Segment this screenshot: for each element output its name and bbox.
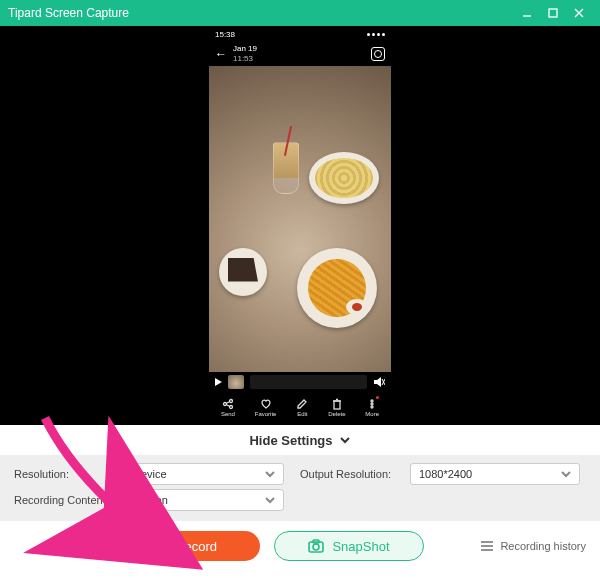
select-resolution[interactable]: Device (124, 463, 284, 485)
phone-seekbar[interactable] (209, 372, 391, 392)
close-button[interactable] (566, 0, 592, 26)
phone-toolbar: Send Favorite Edit Delete More (209, 392, 391, 424)
camera-icon (308, 539, 324, 553)
svg-line-11 (226, 405, 230, 407)
svg-point-17 (371, 406, 373, 408)
phone-gallery-header: ← Jan 19 11:53 (209, 42, 391, 66)
seek-thumb (228, 375, 244, 389)
phone-status-icons (367, 33, 385, 36)
svg-point-15 (371, 400, 373, 402)
select-recording-content[interactable]: Screen (124, 489, 284, 511)
label-resolution: Resolution: (14, 468, 114, 480)
toggle-settings-label: Hide Settings (249, 433, 332, 448)
maximize-button[interactable] (540, 0, 566, 26)
svg-rect-12 (334, 401, 340, 409)
chevron-down-icon (265, 469, 275, 479)
app-title: Tipard Screen Capture (8, 6, 514, 20)
record-label: Record (175, 539, 217, 554)
record-button[interactable]: Record (110, 531, 260, 561)
lens-icon[interactable] (371, 47, 385, 61)
svg-rect-1 (549, 9, 557, 17)
recording-history-label: Recording history (500, 540, 586, 552)
title-bar: Tipard Screen Capture (0, 0, 600, 26)
preview-area: 15:38 ← Jan 19 11:53 (0, 26, 600, 425)
phone-mirror: 15:38 ← Jan 19 11:53 (209, 28, 391, 424)
fries-plate (297, 248, 377, 328)
label-recording-content: Recording Content: (14, 494, 114, 506)
phone-status-bar: 15:38 (209, 28, 391, 42)
snapshot-label: SnapShot (332, 539, 389, 554)
cake-plate (219, 248, 267, 296)
chevron-down-icon (339, 434, 351, 446)
svg-point-16 (371, 403, 373, 405)
svg-line-10 (226, 402, 230, 404)
minimize-button[interactable] (514, 0, 540, 26)
recording-history-link[interactable]: Recording history (480, 540, 586, 552)
list-icon (480, 540, 494, 552)
chevron-down-icon (561, 469, 571, 479)
record-icon (153, 539, 167, 553)
phone-tool-favorite[interactable]: Favorite (255, 398, 277, 417)
svg-marker-4 (374, 377, 381, 387)
play-icon[interactable] (215, 378, 222, 386)
volume-icon[interactable] (373, 376, 385, 388)
phone-tool-more[interactable]: More (365, 398, 379, 417)
settings-panel: Resolution: Device Output Resolution: 10… (0, 455, 600, 521)
snapshot-button[interactable]: SnapShot (274, 531, 424, 561)
pasta-plate (309, 152, 379, 204)
phone-tool-send[interactable]: Send (221, 398, 235, 417)
phone-photo (209, 66, 391, 372)
phone-header-date: Jan 19 11:53 (233, 44, 257, 64)
toggle-settings[interactable]: Hide Settings (0, 425, 600, 455)
phone-tool-edit[interactable]: Edit (296, 398, 308, 417)
label-output-resolution: Output Resolution: (300, 468, 400, 480)
phone-time: 15:38 (215, 30, 235, 39)
svg-point-19 (313, 544, 319, 550)
phone-tool-delete[interactable]: Delete (328, 398, 345, 417)
seek-track[interactable] (250, 375, 367, 389)
back-icon[interactable]: ← (215, 47, 227, 61)
action-bar: Record SnapShot Recording history (0, 521, 600, 571)
select-output-resolution[interactable]: 1080*2400 (410, 463, 580, 485)
chevron-down-icon (265, 495, 275, 505)
